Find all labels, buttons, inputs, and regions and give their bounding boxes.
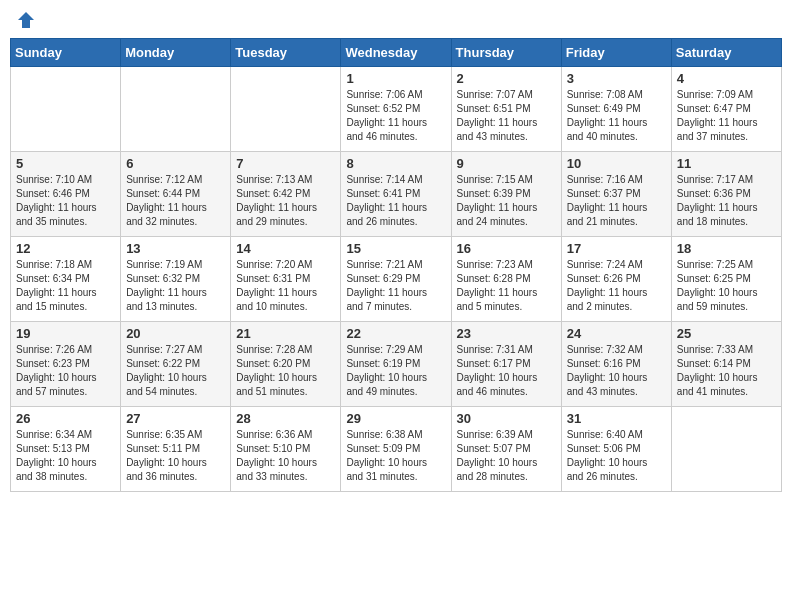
day-info: Sunrise: 7:17 AM Sunset: 6:36 PM Dayligh… xyxy=(677,173,776,229)
day-info: Sunrise: 7:10 AM Sunset: 6:46 PM Dayligh… xyxy=(16,173,115,229)
calendar-week-1: 1Sunrise: 7:06 AM Sunset: 6:52 PM Daylig… xyxy=(11,67,782,152)
calendar-cell: 10Sunrise: 7:16 AM Sunset: 6:37 PM Dayli… xyxy=(561,152,671,237)
calendar-cell: 24Sunrise: 7:32 AM Sunset: 6:16 PM Dayli… xyxy=(561,322,671,407)
day-number: 19 xyxy=(16,326,115,341)
day-number: 16 xyxy=(457,241,556,256)
calendar-cell: 16Sunrise: 7:23 AM Sunset: 6:28 PM Dayli… xyxy=(451,237,561,322)
day-info: Sunrise: 7:20 AM Sunset: 6:31 PM Dayligh… xyxy=(236,258,335,314)
day-info: Sunrise: 7:14 AM Sunset: 6:41 PM Dayligh… xyxy=(346,173,445,229)
day-info: Sunrise: 7:24 AM Sunset: 6:26 PM Dayligh… xyxy=(567,258,666,314)
calendar-cell: 20Sunrise: 7:27 AM Sunset: 6:22 PM Dayli… xyxy=(121,322,231,407)
day-number: 3 xyxy=(567,71,666,86)
calendar-cell: 29Sunrise: 6:38 AM Sunset: 5:09 PM Dayli… xyxy=(341,407,451,492)
calendar-cell: 27Sunrise: 6:35 AM Sunset: 5:11 PM Dayli… xyxy=(121,407,231,492)
calendar-cell: 7Sunrise: 7:13 AM Sunset: 6:42 PM Daylig… xyxy=(231,152,341,237)
logo-icon xyxy=(16,10,36,30)
day-number: 31 xyxy=(567,411,666,426)
calendar-cell: 26Sunrise: 6:34 AM Sunset: 5:13 PM Dayli… xyxy=(11,407,121,492)
day-info: Sunrise: 6:35 AM Sunset: 5:11 PM Dayligh… xyxy=(126,428,225,484)
calendar-cell: 2Sunrise: 7:07 AM Sunset: 6:51 PM Daylig… xyxy=(451,67,561,152)
day-number: 14 xyxy=(236,241,335,256)
calendar-cell: 11Sunrise: 7:17 AM Sunset: 6:36 PM Dayli… xyxy=(671,152,781,237)
calendar-cell: 4Sunrise: 7:09 AM Sunset: 6:47 PM Daylig… xyxy=(671,67,781,152)
day-info: Sunrise: 7:21 AM Sunset: 6:29 PM Dayligh… xyxy=(346,258,445,314)
calendar-cell: 1Sunrise: 7:06 AM Sunset: 6:52 PM Daylig… xyxy=(341,67,451,152)
weekday-header-saturday: Saturday xyxy=(671,39,781,67)
day-number: 10 xyxy=(567,156,666,171)
day-info: Sunrise: 7:06 AM Sunset: 6:52 PM Dayligh… xyxy=(346,88,445,144)
calendar-week-3: 12Sunrise: 7:18 AM Sunset: 6:34 PM Dayli… xyxy=(11,237,782,322)
day-info: Sunrise: 6:36 AM Sunset: 5:10 PM Dayligh… xyxy=(236,428,335,484)
calendar-cell xyxy=(231,67,341,152)
day-info: Sunrise: 7:23 AM Sunset: 6:28 PM Dayligh… xyxy=(457,258,556,314)
calendar-cell: 17Sunrise: 7:24 AM Sunset: 6:26 PM Dayli… xyxy=(561,237,671,322)
calendar-cell xyxy=(121,67,231,152)
calendar-cell: 6Sunrise: 7:12 AM Sunset: 6:44 PM Daylig… xyxy=(121,152,231,237)
calendar-week-4: 19Sunrise: 7:26 AM Sunset: 6:23 PM Dayli… xyxy=(11,322,782,407)
day-info: Sunrise: 7:25 AM Sunset: 6:25 PM Dayligh… xyxy=(677,258,776,314)
day-info: Sunrise: 7:19 AM Sunset: 6:32 PM Dayligh… xyxy=(126,258,225,314)
day-info: Sunrise: 6:38 AM Sunset: 5:09 PM Dayligh… xyxy=(346,428,445,484)
calendar-cell: 8Sunrise: 7:14 AM Sunset: 6:41 PM Daylig… xyxy=(341,152,451,237)
day-number: 21 xyxy=(236,326,335,341)
day-number: 2 xyxy=(457,71,556,86)
calendar-cell: 30Sunrise: 6:39 AM Sunset: 5:07 PM Dayli… xyxy=(451,407,561,492)
day-info: Sunrise: 7:12 AM Sunset: 6:44 PM Dayligh… xyxy=(126,173,225,229)
logo xyxy=(14,10,36,30)
weekday-header-thursday: Thursday xyxy=(451,39,561,67)
day-number: 7 xyxy=(236,156,335,171)
weekday-header-tuesday: Tuesday xyxy=(231,39,341,67)
calendar-cell: 31Sunrise: 6:40 AM Sunset: 5:06 PM Dayli… xyxy=(561,407,671,492)
day-info: Sunrise: 7:15 AM Sunset: 6:39 PM Dayligh… xyxy=(457,173,556,229)
weekday-header-wednesday: Wednesday xyxy=(341,39,451,67)
day-number: 28 xyxy=(236,411,335,426)
calendar-cell: 25Sunrise: 7:33 AM Sunset: 6:14 PM Dayli… xyxy=(671,322,781,407)
calendar-cell: 13Sunrise: 7:19 AM Sunset: 6:32 PM Dayli… xyxy=(121,237,231,322)
day-number: 8 xyxy=(346,156,445,171)
calendar-cell: 22Sunrise: 7:29 AM Sunset: 6:19 PM Dayli… xyxy=(341,322,451,407)
day-info: Sunrise: 7:18 AM Sunset: 6:34 PM Dayligh… xyxy=(16,258,115,314)
day-number: 13 xyxy=(126,241,225,256)
calendar-cell: 23Sunrise: 7:31 AM Sunset: 6:17 PM Dayli… xyxy=(451,322,561,407)
day-number: 18 xyxy=(677,241,776,256)
day-number: 17 xyxy=(567,241,666,256)
day-info: Sunrise: 6:39 AM Sunset: 5:07 PM Dayligh… xyxy=(457,428,556,484)
day-info: Sunrise: 7:33 AM Sunset: 6:14 PM Dayligh… xyxy=(677,343,776,399)
day-number: 23 xyxy=(457,326,556,341)
day-info: Sunrise: 7:09 AM Sunset: 6:47 PM Dayligh… xyxy=(677,88,776,144)
day-info: Sunrise: 6:40 AM Sunset: 5:06 PM Dayligh… xyxy=(567,428,666,484)
calendar-cell: 9Sunrise: 7:15 AM Sunset: 6:39 PM Daylig… xyxy=(451,152,561,237)
day-number: 24 xyxy=(567,326,666,341)
svg-marker-0 xyxy=(18,12,34,28)
calendar-cell: 5Sunrise: 7:10 AM Sunset: 6:46 PM Daylig… xyxy=(11,152,121,237)
day-info: Sunrise: 7:32 AM Sunset: 6:16 PM Dayligh… xyxy=(567,343,666,399)
day-info: Sunrise: 7:26 AM Sunset: 6:23 PM Dayligh… xyxy=(16,343,115,399)
day-info: Sunrise: 7:16 AM Sunset: 6:37 PM Dayligh… xyxy=(567,173,666,229)
calendar-cell: 18Sunrise: 7:25 AM Sunset: 6:25 PM Dayli… xyxy=(671,237,781,322)
weekday-header-friday: Friday xyxy=(561,39,671,67)
calendar-cell: 21Sunrise: 7:28 AM Sunset: 6:20 PM Dayli… xyxy=(231,322,341,407)
calendar-cell: 12Sunrise: 7:18 AM Sunset: 6:34 PM Dayli… xyxy=(11,237,121,322)
calendar-cell: 19Sunrise: 7:26 AM Sunset: 6:23 PM Dayli… xyxy=(11,322,121,407)
calendar-cell xyxy=(671,407,781,492)
day-number: 6 xyxy=(126,156,225,171)
day-number: 12 xyxy=(16,241,115,256)
weekday-header-monday: Monday xyxy=(121,39,231,67)
day-number: 22 xyxy=(346,326,445,341)
day-number: 25 xyxy=(677,326,776,341)
day-info: Sunrise: 7:13 AM Sunset: 6:42 PM Dayligh… xyxy=(236,173,335,229)
weekday-header-row: SundayMondayTuesdayWednesdayThursdayFrid… xyxy=(11,39,782,67)
day-info: Sunrise: 7:28 AM Sunset: 6:20 PM Dayligh… xyxy=(236,343,335,399)
day-number: 4 xyxy=(677,71,776,86)
day-info: Sunrise: 7:31 AM Sunset: 6:17 PM Dayligh… xyxy=(457,343,556,399)
day-info: Sunrise: 7:29 AM Sunset: 6:19 PM Dayligh… xyxy=(346,343,445,399)
calendar-cell: 14Sunrise: 7:20 AM Sunset: 6:31 PM Dayli… xyxy=(231,237,341,322)
day-number: 27 xyxy=(126,411,225,426)
calendar-cell: 3Sunrise: 7:08 AM Sunset: 6:49 PM Daylig… xyxy=(561,67,671,152)
day-number: 11 xyxy=(677,156,776,171)
page-header xyxy=(10,10,782,30)
day-number: 9 xyxy=(457,156,556,171)
day-number: 26 xyxy=(16,411,115,426)
weekday-header-sunday: Sunday xyxy=(11,39,121,67)
day-number: 30 xyxy=(457,411,556,426)
